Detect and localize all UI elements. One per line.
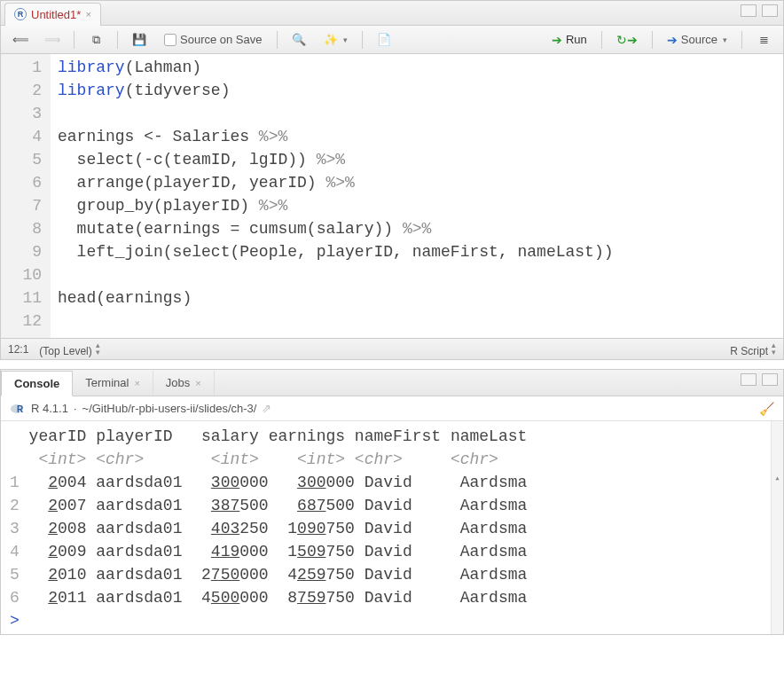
search-icon: 🔍 bbox=[292, 33, 306, 47]
tab-title: Untitled1* bbox=[31, 8, 81, 21]
find-button[interactable]: 🔍 bbox=[286, 29, 311, 51]
outline-icon: ≣ bbox=[757, 33, 771, 47]
console-prompt[interactable]: > bbox=[10, 612, 20, 630]
scroll-up-icon[interactable]: ▴ bbox=[772, 467, 783, 480]
tab-terminal[interactable]: Terminal× bbox=[73, 371, 153, 395]
arrow-right-icon: ⟹ bbox=[45, 33, 59, 47]
language-selector[interactable]: R Script▴▾ bbox=[730, 341, 776, 357]
r-version: R 4.1.1 bbox=[31, 402, 68, 415]
maximize-pane-icon[interactable] bbox=[762, 4, 778, 17]
clear-console-icon[interactable]: 🧹 bbox=[759, 402, 774, 416]
source-on-save-label: Source on Save bbox=[180, 33, 263, 46]
popout-button[interactable]: ⧉ bbox=[83, 29, 108, 51]
rerun-icon: ↻➔ bbox=[616, 33, 638, 47]
editor-toolbar: ⟸ ⟹ ⧉ 💾 Source on Save 🔍 ✨▾ 📄 ➔ Run ↻➔ ➔… bbox=[1, 26, 783, 54]
code-content[interactable]: library(Lahman) library(tidyverse) earni… bbox=[51, 54, 621, 338]
maximize-pane-icon[interactable] bbox=[762, 373, 778, 386]
source-label: Source bbox=[681, 33, 717, 46]
notebook-icon: 📄 bbox=[377, 33, 391, 47]
outline-button[interactable]: ≣ bbox=[751, 29, 776, 51]
editor-tab-bar: R Untitled1* × bbox=[1, 1, 783, 26]
source-on-save-toggle[interactable]: Source on Save bbox=[159, 29, 268, 51]
working-directory[interactable]: ~/GitHub/r-pbi-users-ii/slides/ch-3/ bbox=[82, 402, 257, 415]
dot-separator: · bbox=[74, 402, 77, 415]
chevron-down-icon: ▾ bbox=[723, 35, 727, 44]
editor-pane: R Untitled1* × ⟸ ⟹ ⧉ 💾 Source on Save 🔍 … bbox=[0, 0, 784, 360]
r-logo-icon: R bbox=[10, 403, 26, 415]
tab-jobs[interactable]: Jobs× bbox=[153, 371, 215, 395]
scope-selector[interactable]: (Top Level)▴▾ bbox=[39, 341, 99, 357]
table-types: <int> <chr> <int> <int> <chr> <chr> bbox=[10, 451, 498, 468]
rerun-button[interactable]: ↻➔ bbox=[611, 29, 643, 51]
close-icon[interactable]: × bbox=[195, 378, 200, 388]
source-button[interactable]: ➔ Source ▾ bbox=[662, 29, 733, 51]
chevron-updown-icon: ▴▾ bbox=[96, 341, 100, 356]
console-pane: Console Terminal× Jobs× R R 4.1.1 · ~/Gi… bbox=[0, 369, 784, 635]
editor-status-bar: 12:1 (Top Level)▴▾ R Script▴▾ bbox=[1, 338, 783, 359]
chevron-down-icon: ▾ bbox=[343, 35, 348, 44]
console-tab-bar: Console Terminal× Jobs× bbox=[1, 370, 783, 396]
window-controls bbox=[741, 373, 778, 386]
save-button[interactable]: 💾 bbox=[127, 29, 152, 51]
source-arrow-icon: ➔ bbox=[667, 33, 678, 47]
line-gutter: 1 2 3 4 5 6 7 8 9 10 11 12 bbox=[1, 54, 51, 338]
console-info-bar: R R 4.1.1 · ~/GitHub/r-pbi-users-ii/slid… bbox=[1, 396, 783, 421]
cursor-position: 12:1 bbox=[8, 343, 28, 356]
table-header: yearID playerID salary earnings nameFirs… bbox=[10, 427, 527, 445]
svg-text:R: R bbox=[17, 404, 24, 414]
close-icon[interactable]: × bbox=[134, 378, 139, 388]
back-button[interactable]: ⟸ bbox=[8, 29, 33, 51]
save-icon: 💾 bbox=[132, 33, 146, 47]
r-file-icon: R bbox=[14, 8, 27, 20]
forward-button[interactable]: ⟹ bbox=[40, 29, 65, 51]
editor-tab[interactable]: R Untitled1* × bbox=[4, 3, 101, 26]
close-tab-icon[interactable]: × bbox=[85, 9, 90, 20]
minimize-pane-icon[interactable] bbox=[741, 373, 757, 386]
scrollbar[interactable]: ▴ bbox=[771, 421, 783, 634]
run-label: Run bbox=[566, 33, 587, 46]
share-icon[interactable]: ⇗ bbox=[262, 402, 271, 415]
minimize-pane-icon[interactable] bbox=[741, 4, 757, 17]
tab-console[interactable]: Console bbox=[1, 371, 73, 396]
popout-icon: ⧉ bbox=[89, 33, 103, 47]
arrow-left-icon: ⟸ bbox=[13, 33, 27, 47]
chevron-updown-icon: ▴▾ bbox=[772, 341, 776, 356]
wand-icon: ✨ bbox=[324, 33, 338, 47]
code-editor[interactable]: 1 2 3 4 5 6 7 8 9 10 11 12 library(Lahma… bbox=[1, 54, 783, 338]
window-controls bbox=[741, 4, 778, 17]
run-button[interactable]: ➔ Run bbox=[546, 29, 592, 51]
checkbox-icon bbox=[164, 34, 176, 46]
run-arrow-icon: ➔ bbox=[552, 33, 562, 47]
console-output[interactable]: yearID playerID salary earnings nameFirs… bbox=[1, 421, 783, 634]
wand-button[interactable]: ✨▾ bbox=[318, 29, 353, 51]
compile-report-button[interactable]: 📄 bbox=[372, 29, 396, 51]
